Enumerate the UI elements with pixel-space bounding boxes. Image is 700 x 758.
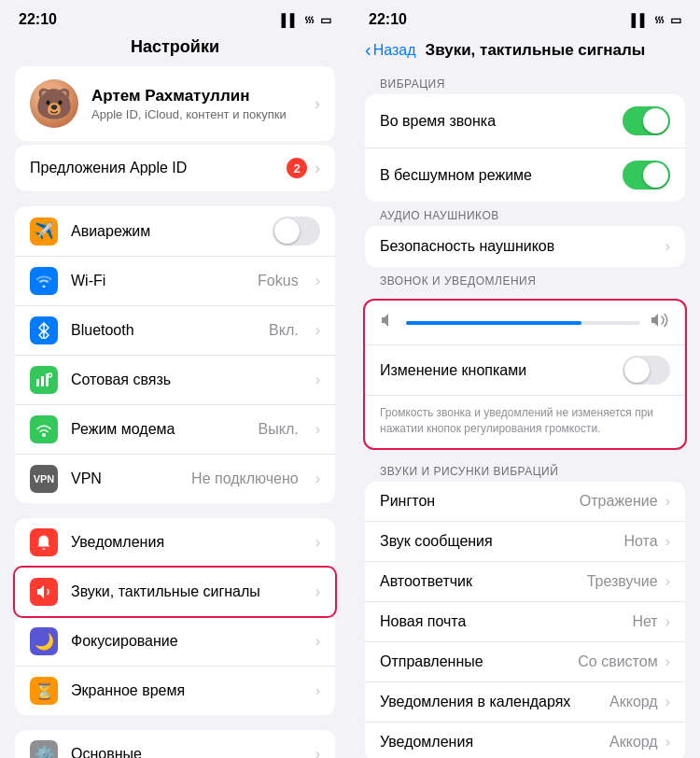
change-buttons-label: Изменение кнопками bbox=[380, 362, 623, 379]
svg-rect-0 bbox=[36, 379, 39, 386]
general-chevron: › bbox=[315, 746, 320, 758]
suggestion-label: Предложения Apple ID bbox=[30, 160, 187, 176]
sound-item-calendar[interactable]: Уведомления в календарях Аккорд › bbox=[365, 682, 685, 723]
left-panel: 22:10 ▌▌ ᯾ ▭ Настройки 🐻 Артем Рахматулл… bbox=[0, 0, 350, 758]
new-mail-value: Нет bbox=[632, 613, 657, 630]
headphone-section-header: АУДИО НАУШНИКОВ bbox=[350, 202, 700, 226]
bluetooth-value: Вкл. bbox=[269, 322, 299, 339]
right-time: 22:10 bbox=[369, 11, 407, 28]
settings-item-wifi[interactable]: Wi-Fi Fokus › bbox=[15, 257, 335, 306]
settings-item-screentime[interactable]: ⏳ Экранное время › bbox=[15, 667, 335, 715]
notifications-group: Уведомления › Звуки, тактильные сигналы … bbox=[15, 518, 335, 715]
vibration-silent-item[interactable]: В бесшумном режиме bbox=[365, 148, 685, 202]
ringtone-label: Рингтон bbox=[380, 493, 580, 510]
notifications-icon bbox=[30, 528, 58, 556]
airplane-icon: ✈️ bbox=[30, 218, 58, 246]
settings-item-sounds[interactable]: Звуки, тактильные сигналы › bbox=[15, 568, 335, 616]
sounds-section-header: ЗВУКИ И РИСУНКИ ВИБРАЦИЙ bbox=[350, 457, 700, 482]
vibration-group: Во время звонка В бесшумном режиме bbox=[365, 94, 685, 202]
bluetooth-label: Bluetooth bbox=[71, 322, 256, 339]
calendar-chevron: › bbox=[665, 694, 670, 710]
suggestion-chevron: › bbox=[315, 159, 320, 178]
suggestion-row[interactable]: Предложения Apple ID 2 › bbox=[15, 145, 335, 191]
right-status-bar: 22:10 ▌▌ ᯾ ▭ bbox=[350, 0, 700, 34]
hotspot-value: Выкл. bbox=[259, 421, 299, 438]
bluetooth-chevron: › bbox=[315, 322, 320, 339]
hotspot-icon bbox=[30, 415, 58, 443]
hotspot-label: Режим модема bbox=[71, 421, 245, 438]
vibration-silent-label: В бесшумном режиме bbox=[380, 167, 609, 184]
vibration-call-toggle[interactable] bbox=[623, 106, 670, 135]
sounds-wrapper: Звуки, тактильные сигналы › bbox=[15, 568, 335, 617]
vibration-call-label: Во время звонка bbox=[380, 113, 609, 130]
change-buttons-row[interactable]: Изменение кнопками bbox=[365, 345, 685, 396]
back-label: Назад bbox=[373, 42, 416, 59]
wifi-icon: ᯾ bbox=[303, 13, 315, 27]
svg-point-4 bbox=[42, 433, 46, 437]
reminders-label: Уведомления bbox=[380, 734, 609, 751]
settings-item-notifications[interactable]: Уведомления › bbox=[15, 518, 335, 568]
voicemail-chevron: › bbox=[665, 573, 670, 590]
wifi-settings-icon bbox=[30, 267, 58, 295]
calendar-value: Аккорд bbox=[609, 694, 658, 710]
sent-mail-value: Со свистом bbox=[578, 653, 657, 670]
focus-icon: 🌙 bbox=[30, 627, 58, 655]
settings-item-hotspot[interactable]: Режим модема Выкл. › bbox=[15, 405, 335, 455]
calendar-label: Уведомления в календарях bbox=[380, 694, 609, 710]
wifi-value: Fokus bbox=[258, 273, 299, 289]
screentime-label: Экранное время bbox=[71, 682, 299, 699]
back-chevron-icon: ‹ bbox=[365, 39, 371, 61]
reminders-value: Аккорд bbox=[609, 734, 658, 751]
sent-mail-chevron: › bbox=[665, 653, 670, 670]
settings-item-bluetooth[interactable]: Bluetooth Вкл. › bbox=[15, 306, 335, 356]
settings-item-cellular[interactable]: Сотовая связь › bbox=[15, 356, 335, 405]
screentime-chevron: › bbox=[315, 682, 320, 699]
sound-item-voicemail[interactable]: Автоответчик Трезвучие › bbox=[365, 562, 685, 602]
profile-sub: Apple ID, iCloud, контент и покупки bbox=[91, 107, 301, 121]
change-buttons-toggle[interactable] bbox=[623, 356, 670, 385]
profile-name: Артем Рахматуллин bbox=[91, 87, 301, 105]
back-button[interactable]: ‹ Назад bbox=[365, 39, 416, 61]
settings-item-vpn[interactable]: VPN VPN Не подключено › bbox=[15, 455, 335, 503]
headphone-safety-item[interactable]: Безопасность наушников › bbox=[365, 226, 685, 267]
vibration-call-item[interactable]: Во время звонка bbox=[365, 94, 685, 148]
volume-low-icon bbox=[380, 312, 397, 333]
headphone-safety-chevron: › bbox=[665, 238, 670, 255]
ringtone-highlight-box: Изменение кнопками Громкость звонка и ув… bbox=[363, 299, 687, 450]
general-label: Основные bbox=[71, 746, 299, 758]
ringtone-section-header: ЗВОНОК И УВЕДОМЛЕНИЯ bbox=[350, 267, 700, 291]
volume-row[interactable] bbox=[365, 301, 685, 345]
ringtone-chevron: › bbox=[665, 493, 670, 510]
notifications-label: Уведомления bbox=[71, 534, 299, 551]
general-group: ⚙️ Основные › Пункт управления › AA bbox=[15, 730, 335, 758]
wifi-chevron: › bbox=[315, 273, 320, 289]
vibration-silent-toggle[interactable] bbox=[623, 161, 670, 190]
signal-icon: ▌▌ bbox=[282, 13, 299, 27]
volume-slider-track[interactable] bbox=[406, 321, 640, 325]
vibration-section-header: ВИБРАЦИЯ bbox=[350, 70, 700, 94]
sound-item-ringtone[interactable]: Рингтон Отражение › bbox=[365, 482, 685, 522]
sound-item-sent-mail[interactable]: Отправленные Со свистом › bbox=[365, 642, 685, 682]
ringtone-value: Отражение bbox=[580, 493, 658, 510]
sound-item-new-mail[interactable]: Новая почта Нет › bbox=[365, 602, 685, 642]
battery-icon: ▭ bbox=[320, 13, 331, 27]
left-page-title: Настройки bbox=[0, 34, 350, 66]
profile-info: Артем Рахматуллин Apple ID, iCloud, конт… bbox=[91, 87, 301, 121]
volume-slider-fill bbox=[406, 321, 581, 325]
voicemail-value: Трезвучие bbox=[587, 573, 658, 590]
right-battery-icon: ▭ bbox=[670, 13, 681, 27]
headphone-safety-label: Безопасность наушников bbox=[380, 238, 649, 255]
bluetooth-icon bbox=[30, 316, 58, 344]
vpn-icon: VPN bbox=[30, 465, 58, 493]
notifications-chevron: › bbox=[315, 534, 320, 551]
focus-label: Фокусирование bbox=[71, 633, 299, 650]
suggestion-right: 2 › bbox=[287, 158, 320, 178]
sound-item-message[interactable]: Звук сообщения Нота › bbox=[365, 522, 685, 562]
settings-item-focus[interactable]: 🌙 Фокусирование › bbox=[15, 617, 335, 667]
settings-item-airplane[interactable]: ✈️ Авиарежим bbox=[15, 206, 335, 257]
profile-section[interactable]: 🐻 Артем Рахматуллин Apple ID, iCloud, ко… bbox=[15, 66, 335, 141]
sound-item-reminders[interactable]: Уведомления Аккорд › bbox=[365, 723, 685, 758]
airplane-toggle[interactable] bbox=[273, 217, 320, 246]
settings-item-general[interactable]: ⚙️ Основные › bbox=[15, 730, 335, 758]
svg-rect-1 bbox=[41, 376, 44, 386]
